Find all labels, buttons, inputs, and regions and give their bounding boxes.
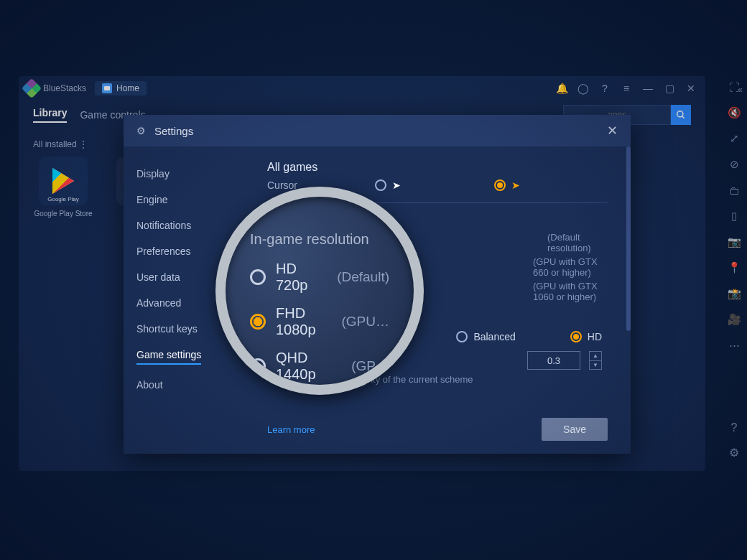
settings-header: ⚙ Settings ✕ [124,115,631,146]
bluestacks-logo-icon [22,78,42,98]
resolution-hint-0: (Default resolution) [547,232,608,253]
phone-icon[interactable]: ▯ [728,210,741,223]
help-icon[interactable]: ? [596,80,613,97]
location-icon[interactable]: 📍 [728,261,741,274]
stepper-down[interactable]: ▼ [590,361,601,370]
lens-option-label: HD 720p [276,261,327,294]
volume-mute-icon[interactable]: 🔇 [728,106,741,119]
learn-more-link[interactable]: Learn more [267,424,315,435]
account-icon[interactable]: ◯ [575,80,592,97]
lens-option-720p: HD 720p (Default) [250,261,389,294]
lens-option-hint: (GP… [351,358,389,374]
more-icon[interactable]: ⋯ [728,339,741,352]
tab-home[interactable]: Home [95,81,147,95]
lens-option-1080p: FHD 1080p (GPU… [250,305,389,338]
settings-gear-icon: ⚙ [136,125,146,136]
lens-option-hint: (Default) [337,269,389,285]
gear-icon[interactable]: ⚙ [729,446,739,459]
titlebar: BlueStacks Home 🔔 ◯ ? ≡ — ▢ ✕ [19,76,705,101]
graphics-option-balanced[interactable]: Balanced [456,331,515,342]
settings-close-button[interactable]: ✕ [607,123,618,139]
svg-point-0 [677,111,683,117]
search-icon [676,110,686,120]
maximize-icon[interactable]: ▢ [661,80,678,97]
lens-option-1440p: QHD 1440p (GP… [250,350,389,383]
cursor-default-icon: ➤ [392,179,401,191]
sidebar-item-notifications[interactable]: Notifications [124,213,244,238]
graphics-option-hd[interactable]: HD [570,331,602,342]
side-toolbar-bottom: ? ⚙ [724,421,744,459]
minimize-icon[interactable]: — [639,80,656,97]
lens-option-hint: (GPU… [342,314,390,330]
app-tile-label: Google Play Store [34,210,92,218]
video-icon[interactable]: 🎥 [728,313,741,326]
lens-option-label: QHD 1440p [276,350,341,383]
app-title: BlueStacks [43,83,86,93]
sidebar-item-display[interactable]: Display [124,161,244,187]
panel-heading: All games [267,161,608,174]
radio-indicator [456,331,468,342]
settings-title: Settings [154,125,193,137]
radio-indicator [570,331,582,342]
settings-footer: Learn more Save [267,418,608,441]
sensitivity-stepper: ▲ ▼ [589,351,602,370]
block-icon[interactable]: ⊘ [728,158,741,171]
stepper-up[interactable]: ▲ [590,352,601,361]
resolution-hint-1: (GPU with GTX 660 or higher) [533,256,608,278]
fullscreen-icon[interactable]: ⛶ [728,80,741,93]
resolution-hint-2: (GPU with GTX 1060 or higher) [533,281,608,302]
radio-indicator [494,179,506,191]
sidebar-item-game-settings[interactable]: Game settings [136,349,201,365]
sidebar-item-about[interactable]: About [124,372,244,398]
camera2-icon[interactable]: 📸 [728,287,741,300]
graphics-option-label: Balanced [473,331,515,342]
cursor-orange-icon: ➤ [511,179,520,191]
home-icon [102,83,112,93]
help2-icon[interactable]: ? [731,421,738,434]
lens-title: In-game resolution [250,231,389,248]
svg-line-1 [682,116,685,118]
sensitivity-input[interactable] [527,351,580,370]
radio-indicator [250,314,266,330]
graphics-option-label: HD [588,331,602,342]
lens-option-label: FHD 1080p [276,305,332,338]
scrollbar[interactable] [626,146,631,331]
menu-icon[interactable]: ≡ [618,80,635,97]
magnifier-lens: In-game resolution HD 720p (Default) FHD… [215,187,424,395]
radio-indicator [250,269,266,285]
cursor-option-default[interactable]: ➤ [375,179,401,191]
save-button[interactable]: Save [542,418,608,441]
radio-indicator [375,179,386,191]
app-tile-google-play[interactable]: Google Play Google Play Store [33,157,93,218]
side-toolbar: ⛶ 🔇 ⤢ ⊘ 🗀 ▯ 📷 📍 📸 🎥 ⋯ [724,80,744,352]
expand-icon[interactable]: ⤢ [728,132,741,145]
sidebar-item-engine[interactable]: Engine [124,187,244,213]
nav-library[interactable]: Library [33,107,67,123]
close-icon[interactable]: ✕ [682,80,700,97]
bell-icon[interactable]: 🔔 [553,80,570,97]
camera-icon[interactable]: 📷 [728,235,741,248]
tab-home-label: Home [116,83,139,93]
google-play-icon: Google Play [39,157,88,205]
folder-icon[interactable]: 🗀 [728,184,741,197]
search-button[interactable] [671,105,691,125]
cursor-option-orange[interactable]: ➤ [494,179,520,191]
